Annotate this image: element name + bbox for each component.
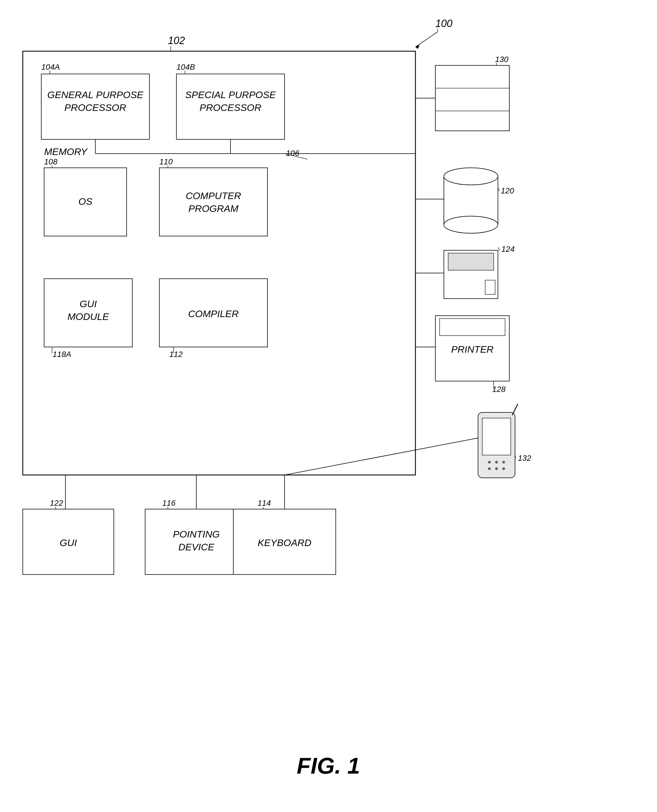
ref-122: 122 [50,498,63,508]
ref-104b: 104B [176,62,195,71]
storage-130-box [435,65,509,131]
phone-key3 [502,461,505,464]
cylinder-top [444,168,498,185]
spp-label-line1: SPECIAL PURPOSE [185,89,276,100]
phone-key5 [495,467,498,470]
ref-132: 132 [518,453,531,463]
gui-mod-label-line1: GUI [80,298,97,309]
cp-label-line2: PROGRAM [188,203,238,214]
phone-key6 [502,467,505,470]
ref-104a: 104A [41,62,60,71]
gpp-label-line2: PROCESSOR [64,102,126,113]
ref-120: 120 [501,186,514,195]
spp-label-line2: PROCESSOR [199,102,261,113]
printer-label: PRINTER [451,344,494,355]
kb-label: KEYBOARD [258,537,311,548]
phone-antenna [512,404,518,415]
printer-paper [440,318,505,335]
ref-118a: 118A [53,350,71,359]
phone-key2 [495,461,498,464]
ref-108: 108 [44,157,58,166]
pd-label-line2: DEVICE [178,542,215,552]
phone-key1 [488,461,491,464]
ref-124: 124 [501,245,515,253]
floppy-hole [485,280,495,294]
ref-130: 130 [495,55,509,64]
compiler-label: COMPILER [188,308,239,319]
ref-100: 100 [435,18,452,29]
ref-114: 114 [257,498,271,508]
gui-label: GUI [60,537,77,548]
cylinder-bottom [444,216,498,233]
ref-100-arrow [416,32,437,47]
gpp-label-line1: GENERAL PURPOSE [47,89,143,100]
cp-box [159,168,268,236]
ref-110: 110 [159,157,173,166]
ref-128: 128 [492,385,506,394]
ref-116: 116 [162,498,176,508]
pd-label-line1: POINTING [173,529,220,540]
memory-label: MEMORY [44,146,88,157]
phone-screen [482,418,511,455]
ref-102: 102 [168,35,185,47]
figure-label: FIG. 1 [297,753,360,778]
ref-106: 106 [286,149,299,158]
cp-label-line1: COMPUTER [186,190,241,201]
gui-mod-label-line2: MODULE [67,311,109,322]
ref-112: 112 [169,350,183,359]
os-label: OS [78,196,92,207]
floppy-label-area [448,253,494,270]
phone-key4 [488,467,491,470]
ref-124-line [498,247,500,250]
